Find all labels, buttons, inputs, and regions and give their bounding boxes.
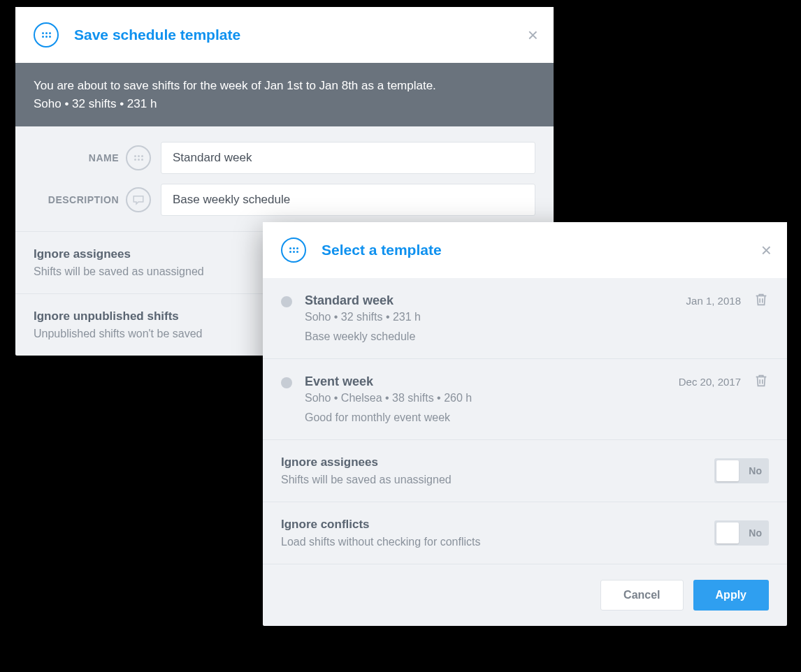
info-banner: You are about to save shifts for the wee… [15,63,554,126]
option-ignore-conflicts: Ignore conflicts Load shifts without che… [263,502,787,564]
apply-button[interactable]: Apply [693,580,769,611]
description-label: DESCRIPTION [34,194,126,205]
template-date: Dec 20, 2017 [679,376,741,388]
name-input[interactable] [161,142,535,174]
template-desc: Good for monthly event week [305,411,679,424]
close-icon[interactable]: × [528,26,538,44]
template-meta: Soho • 32 shifts • 231 h [305,311,686,323]
modal-title: Save schedule template [74,27,240,43]
option-title: Ignore assignees [281,455,714,469]
close-icon[interactable]: × [761,241,772,259]
toggle-ignore-conflicts[interactable]: No [714,520,769,546]
toggle-ignore-assignees[interactable]: No [714,458,769,483]
template-meta: Soho • Chelsea • 38 shifts • 260 h [305,392,679,404]
banner-line-2: Soho • 32 shifts • 231 h [34,95,535,113]
bullet-icon [281,296,292,307]
option-title: Ignore conflicts [281,518,714,532]
option-desc: Shifts will be saved as unassigned [281,474,714,486]
select-template-modal: Select a template × Standard week Soho •… [263,222,787,626]
name-row: NAME [34,142,535,174]
banner-line-1: You are about to save shifts for the wee… [34,77,535,95]
toggle-knob [716,460,739,481]
option-ignore-assignees: Ignore assignees Shifts will be saved as… [263,440,787,502]
name-label: NAME [34,152,126,163]
description-row: DESCRIPTION [34,184,535,216]
bullet-icon [281,377,292,388]
calendar-icon [126,145,151,170]
option-desc: Load shifts without checking for conflic… [281,536,714,548]
modal-header: Save schedule template × [15,7,554,63]
template-texts: Standard week Soho • 32 shifts • 231 h B… [305,293,686,343]
template-name: Event week [305,374,679,389]
template-desc: Base weekly schedule [305,330,686,343]
description-input[interactable] [161,184,535,216]
modal-header: Select a template × [263,222,787,278]
modal-footer: Cancel Apply [263,564,787,626]
toggle-label: No [749,527,762,539]
trash-icon[interactable] [753,292,769,310]
calendar-icon [281,238,306,263]
chat-icon [126,187,151,212]
template-item[interactable]: Standard week Soho • 32 shifts • 231 h B… [263,278,787,359]
template-name: Standard week [305,293,686,308]
toggle-label: No [749,465,762,476]
cancel-button[interactable]: Cancel [600,580,683,611]
template-date: Jan 1, 2018 [686,295,741,307]
form-area: NAME DESCRIPTION [15,126,554,232]
modal-title: Select a template [322,242,442,258]
template-texts: Event week Soho • Chelsea • 38 shifts • … [305,374,679,424]
template-item[interactable]: Event week Soho • Chelsea • 38 shifts • … [263,359,787,440]
toggle-knob [716,523,739,543]
trash-icon[interactable] [753,373,769,391]
calendar-icon [34,22,59,48]
select-body: Standard week Soho • 32 shifts • 231 h B… [263,278,787,626]
